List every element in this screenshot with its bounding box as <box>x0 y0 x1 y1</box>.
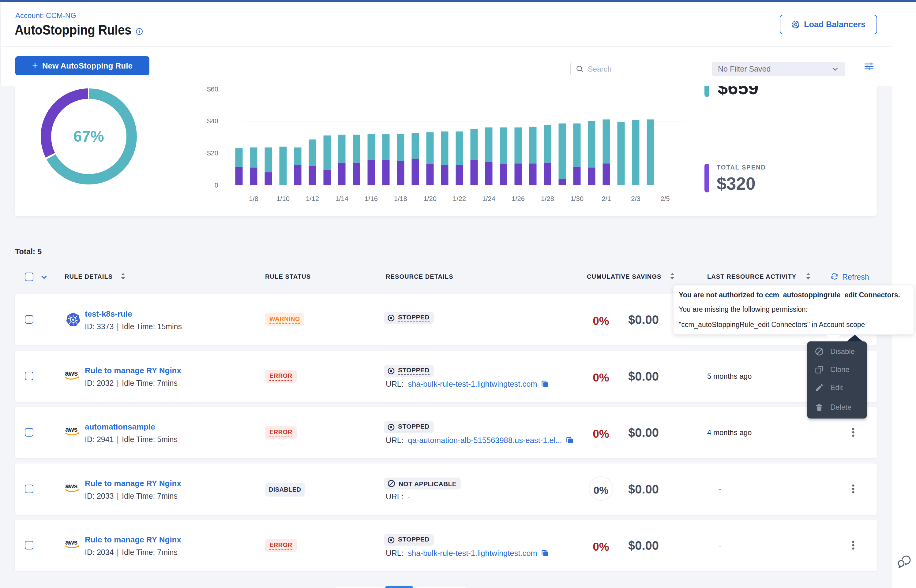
svg-text:$320: $320 <box>717 174 756 193</box>
svg-text:1/10: 1/10 <box>277 195 290 202</box>
svg-text:aws: aws <box>65 482 78 490</box>
svg-text:0: 0 <box>215 181 218 189</box>
svg-text:$20: $20 <box>207 149 218 157</box>
svg-text:2/5: 2/5 <box>660 195 670 202</box>
svg-text:1/16: 1/16 <box>365 195 378 202</box>
svg-text:aws: aws <box>65 369 78 377</box>
svg-text:2/1: 2/1 <box>602 195 611 202</box>
svg-text:1/8: 1/8 <box>249 195 258 202</box>
svg-text:1/12: 1/12 <box>306 195 319 202</box>
svg-text:TOTAL SPEND: TOTAL SPEND <box>717 164 766 171</box>
svg-text:aws: aws <box>65 538 78 546</box>
svg-text:1/14: 1/14 <box>335 195 348 202</box>
svg-text:1/20: 1/20 <box>423 195 437 202</box>
svg-text:1/18: 1/18 <box>394 195 407 202</box>
svg-text:1/28: 1/28 <box>541 195 554 202</box>
svg-text:1/24: 1/24 <box>482 195 495 202</box>
svg-text:$659: $659 <box>718 86 758 98</box>
svg-text:67%: 67% <box>73 128 104 145</box>
svg-text:1/22: 1/22 <box>453 195 466 202</box>
svg-text:aws: aws <box>65 426 78 433</box>
svg-text:1/30: 1/30 <box>570 195 584 202</box>
svg-text:$40: $40 <box>207 117 218 125</box>
svg-text:2/3: 2/3 <box>631 195 641 202</box>
svg-text:1/26: 1/26 <box>511 195 525 202</box>
svg-text:$60: $60 <box>207 86 218 93</box>
